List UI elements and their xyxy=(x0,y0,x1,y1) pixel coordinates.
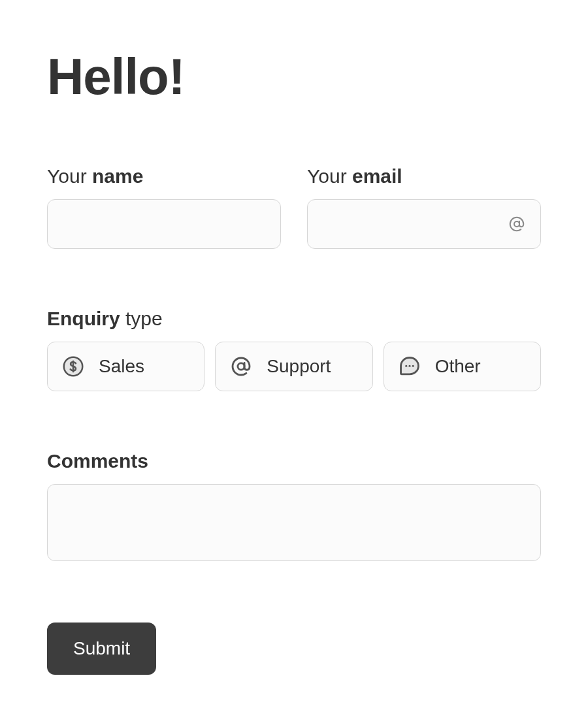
email-input[interactable] xyxy=(307,199,541,249)
at-sign-icon xyxy=(229,354,253,379)
name-input[interactable] xyxy=(47,199,281,249)
enquiry-option-other[interactable]: Other xyxy=(384,342,541,391)
email-field: Your email xyxy=(307,165,541,249)
submit-button[interactable]: Submit xyxy=(47,623,156,675)
comments-label-text: Comments xyxy=(47,450,148,472)
svg-point-4 xyxy=(408,365,410,367)
comments-label: Comments xyxy=(47,450,541,472)
name-label: Your name xyxy=(47,165,281,187)
dollar-circle-icon xyxy=(61,354,86,379)
enquiry-option-sales[interactable]: Sales xyxy=(47,342,204,391)
name-input-wrap xyxy=(47,199,281,249)
enquiry-section: Enquiry type Sales xyxy=(47,308,541,391)
enquiry-option-sales-label: Sales xyxy=(99,356,144,377)
svg-point-5 xyxy=(412,365,414,367)
email-label-bold: email xyxy=(352,165,402,187)
svg-point-0 xyxy=(514,221,519,227)
enquiry-option-support[interactable]: Support xyxy=(215,342,372,391)
enquiry-label: Enquiry type xyxy=(47,308,541,330)
enquiry-label-bold: Enquiry xyxy=(47,308,120,329)
chat-bubble-icon xyxy=(397,354,422,379)
enquiry-label-light: type xyxy=(120,308,163,329)
enquiry-option-support-label: Support xyxy=(267,356,331,377)
email-label: Your email xyxy=(307,165,541,187)
enquiry-option-other-label: Other xyxy=(435,356,481,377)
email-label-light: Your xyxy=(307,165,352,187)
name-label-bold: name xyxy=(92,165,143,187)
contact-form: Hello! Your name Your email xyxy=(0,0,588,675)
name-label-light: Your xyxy=(47,165,92,187)
enquiry-options: Sales Support xyxy=(47,342,541,391)
at-sign-icon xyxy=(507,214,527,234)
comments-section: Comments xyxy=(47,450,541,564)
page-heading: Hello! xyxy=(47,47,541,106)
name-field: Your name xyxy=(47,165,281,249)
comments-input[interactable] xyxy=(47,484,541,561)
svg-point-2 xyxy=(238,363,244,370)
svg-point-3 xyxy=(405,365,407,367)
email-input-wrap xyxy=(307,199,541,249)
name-email-row: Your name Your email xyxy=(47,165,541,249)
